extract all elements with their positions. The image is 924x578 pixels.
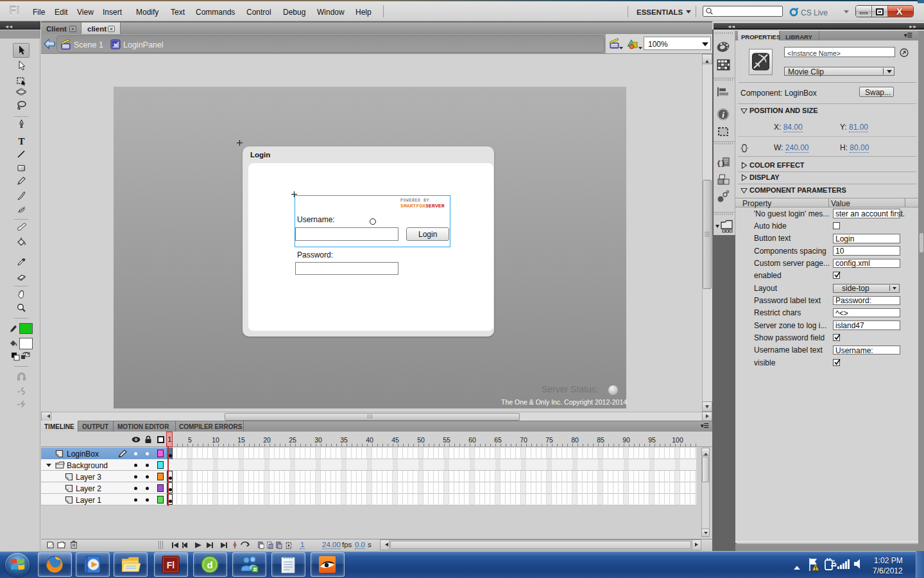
svg-text:T: T — [18, 136, 24, 146]
svg-text:{}: {} — [717, 160, 725, 168]
svg-text:Fl: Fl — [167, 560, 175, 570]
svg-text:d: d — [207, 559, 212, 570]
svg-text:i: i — [722, 110, 724, 119]
